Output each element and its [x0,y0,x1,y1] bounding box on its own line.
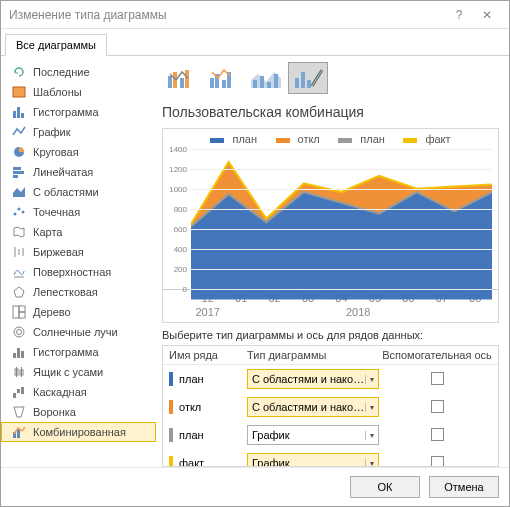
series-row: планС областями и нако…▾ [163,365,498,393]
secondary-axis-checkbox[interactable] [431,456,444,468]
sidebar-item-area[interactable]: С областями [1,182,156,202]
sidebar-item-bar[interactable]: Линейчатая [1,162,156,182]
waterfall-icon [11,385,27,399]
chart-legend: план откл план факт [163,133,498,145]
sunburst-icon [11,325,27,339]
secondary-axis-checkbox[interactable] [431,428,444,441]
svg-rect-45 [267,82,271,88]
sidebar-item-scatter[interactable]: Точечная [1,202,156,222]
svg-rect-30 [21,387,24,394]
y-tick: 400 [165,245,187,254]
series-row: отклС областями и нако…▾ [163,393,498,421]
sidebar-item-label: Гистограмма [33,106,99,118]
legend-item: откл [298,133,320,145]
close-button[interactable]: ✕ [473,8,501,22]
sidebar-item-sunburst[interactable]: Солнечные лучи [1,322,156,342]
sidebar-item-waterfall[interactable]: Каскадная [1,382,156,402]
series-section-label: Выберите тип диаграммы и ось для рядов д… [162,329,499,341]
svg-rect-0 [13,87,25,97]
secondary-axis-checkbox[interactable] [431,372,444,385]
series-type-dropdown[interactable]: График▾ [247,425,379,445]
subtype-row [162,62,499,94]
section-title: Пользовательская комбинация [162,104,499,120]
svg-marker-15 [14,287,24,297]
svg-rect-21 [13,353,16,358]
y-tick: 800 [165,205,187,214]
svg-marker-31 [14,407,24,417]
subtype-custom-combination[interactable] [288,62,328,94]
sidebar-item-combo[interactable]: Комбинированная [1,422,156,442]
svg-rect-33 [17,429,20,438]
sidebar-item-templates[interactable]: Шаблоны [1,82,156,102]
chevron-down-icon: ▾ [365,375,374,384]
chart-plot-area: 0200400600800100012001400 [163,149,498,289]
series-type-dropdown[interactable]: График▾ [247,453,379,467]
sidebar-item-line[interactable]: График [1,122,156,142]
tab-all-charts[interactable]: Все диаграммы [5,34,107,56]
sidebar-item-surface[interactable]: Поверхностная [1,262,156,282]
svg-rect-23 [21,351,24,358]
chart-category-list: ПоследниеШаблоныГистограммаГрафикКругова… [1,56,156,467]
sidebar-item-label: Дерево [33,306,71,318]
series-name: откл [179,401,201,413]
secondary-axis-checkbox[interactable] [431,400,444,413]
templates-icon [11,85,27,99]
sidebar-item-pie[interactable]: Круговая [1,142,156,162]
sidebar-item-label: Шаблоны [33,86,82,98]
series-type-dropdown[interactable]: С областями и нако…▾ [247,369,379,389]
sidebar-item-label: Каскадная [33,386,87,398]
scatter-icon [11,205,27,219]
series-color-swatch [169,400,173,414]
histogram-icon [11,345,27,359]
series-color-swatch [169,428,173,442]
area-icon [11,185,27,199]
svg-rect-18 [19,312,25,318]
sidebar-item-radar[interactable]: Лепестковая [1,282,156,302]
sidebar-item-funnel[interactable]: Воронка [1,402,156,422]
sidebar-item-label: Последние [33,66,90,78]
line-icon [11,125,27,139]
series-name: факт [179,457,204,467]
titlebar: Изменение типа диаграммы ? ✕ [1,1,509,29]
svg-rect-34 [168,76,172,88]
series-row: планГрафик▾ [163,421,498,449]
column-icon [11,105,27,119]
sidebar-item-stock[interactable]: Биржевая [1,242,156,262]
svg-rect-38 [210,78,214,88]
subtype-stacked-area-column[interactable] [246,62,286,94]
help-button[interactable]: ? [445,8,473,22]
svg-point-19 [14,327,24,337]
header-secondary-axis: Вспомогательная ось [382,349,492,361]
sidebar-item-column[interactable]: Гистограмма [1,102,156,122]
sidebar-item-map[interactable]: Карта [1,222,156,242]
series-name: план [179,373,204,385]
subtype-clustered-column-line[interactable] [162,62,202,94]
series-name: план [179,429,204,441]
recent-icon [11,65,27,79]
header-series-name: Имя ряда [169,349,247,361]
y-tick: 1400 [165,145,187,154]
map-icon [11,225,27,239]
legend-item: план [360,133,385,145]
sidebar-item-label: Круговая [33,146,79,158]
svg-rect-40 [222,80,226,88]
ok-button[interactable]: ОК [350,476,420,498]
svg-rect-37 [185,70,189,88]
sidebar-item-label: С областями [33,186,99,198]
chevron-down-icon: ▾ [365,459,374,468]
svg-marker-8 [13,187,25,197]
svg-rect-36 [180,78,184,88]
sidebar-item-boxwhisker[interactable]: Ящик с усами [1,362,156,382]
svg-rect-17 [19,306,25,312]
subtype-clustered-column-line-secondary[interactable] [204,62,244,94]
svg-rect-47 [295,78,299,88]
sidebar-item-recent[interactable]: Последние [1,62,156,82]
sidebar-item-treemap[interactable]: Дерево [1,302,156,322]
cancel-button[interactable]: Отмена [429,476,499,498]
svg-rect-28 [13,393,16,398]
series-type-dropdown[interactable]: С областями и нако…▾ [247,397,379,417]
svg-point-10 [18,208,21,211]
sidebar-item-histogram[interactable]: Гистограмма [1,342,156,362]
svg-rect-44 [260,76,264,88]
svg-rect-49 [307,80,311,88]
